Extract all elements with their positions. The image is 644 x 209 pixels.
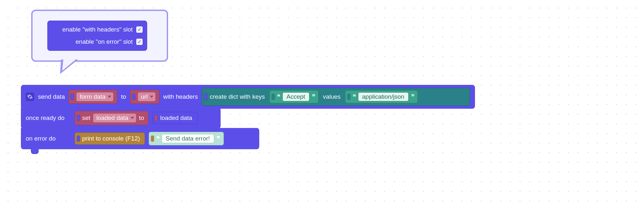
mutator-option-with-headers: enable "with headers" slot ✓ — [52, 23, 143, 36]
error-message-slot[interactable]: ❝ Send data error! ❞ — [149, 132, 224, 145]
set-variable-block[interactable]: set loaded data to — [75, 111, 148, 125]
variable-url[interactable]: url — [137, 92, 156, 102]
checkbox-on-error[interactable]: ✓ — [136, 38, 143, 45]
print-console-block[interactable]: print to console (F12) — [75, 132, 145, 145]
loaded-data-value-label: loaded data — [160, 114, 192, 121]
gear-icon[interactable] — [26, 93, 34, 101]
set-label: set — [82, 114, 90, 122]
to-label: to — [121, 93, 126, 100]
mutator-option-label: enable "with headers" slot — [62, 26, 133, 33]
create-dict-label: create dict with keys — [210, 93, 265, 100]
quote-open-icon: ❝ — [277, 93, 280, 101]
string-accept[interactable]: Accept — [282, 92, 309, 101]
block-connector-nub — [31, 148, 39, 154]
variable-form-data[interactable]: form data — [76, 92, 113, 102]
checkbox-with-headers[interactable]: ✓ — [136, 26, 143, 33]
quote-open-icon: ❝ — [156, 135, 159, 142]
once-ready-label: once ready do — [26, 114, 71, 122]
on-error-row[interactable]: on error do print to console (F12) ❝ Sen… — [21, 128, 259, 149]
quote-close-icon: ❞ — [312, 93, 315, 101]
mutator-options-block[interactable]: enable "with headers" slot ✓ enable "on … — [47, 21, 147, 51]
print-console-label: print to console (F12) — [82, 135, 140, 142]
mutator-option-on-error: enable "on error" slot ✓ — [52, 36, 143, 48]
values-label: values — [323, 93, 341, 100]
quote-close-icon: ❞ — [411, 93, 414, 101]
mutator-option-label: enable "on error" slot — [76, 38, 133, 45]
send-data-row: send data form data to url with headers … — [21, 85, 475, 108]
send-data-label: send data — [38, 93, 65, 100]
data-input-slot[interactable]: form data — [69, 90, 117, 104]
create-dict-block[interactable]: create dict with keys ❝ Accept ❞ values … — [202, 88, 470, 106]
quote-close-icon: ❞ — [217, 135, 220, 142]
popup-tail — [54, 59, 78, 74]
dict-key-slot[interactable]: ❝ Accept ❞ — [270, 90, 318, 103]
loaded-data-value-block[interactable]: loaded data — [152, 112, 198, 124]
string-application-json[interactable]: application/json — [358, 92, 409, 101]
with-headers-label: with headers — [163, 93, 198, 100]
string-error-message[interactable]: Send data error! — [162, 134, 214, 143]
mutator-popup: enable "with headers" slot ✓ enable "on … — [31, 10, 168, 62]
send-data-block[interactable]: send data form data to url with headers … — [21, 85, 475, 109]
variable-loaded-data[interactable]: loaded data — [93, 113, 136, 123]
to-label: to — [139, 114, 144, 122]
once-ready-row[interactable]: once ready do set loaded data to loaded … — [21, 107, 221, 129]
quote-open-icon: ❝ — [353, 93, 355, 101]
dict-value-slot[interactable]: ❝ application/json ❞ — [345, 90, 418, 103]
url-input-slot[interactable]: url — [130, 90, 159, 104]
on-error-label: on error do — [26, 135, 71, 142]
